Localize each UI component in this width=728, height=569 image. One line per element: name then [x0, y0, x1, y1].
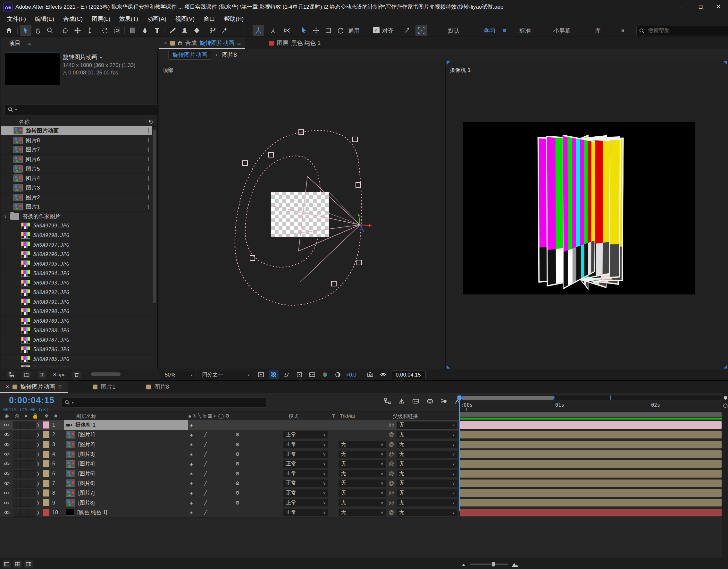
show-snapshot-icon[interactable] [378, 370, 388, 379]
layer-name[interactable]: [图片3] [64, 449, 188, 459]
trkmat-cell[interactable]: 无∨ [339, 459, 386, 469]
pickwhip-icon[interactable]: @ [389, 490, 394, 496]
pickwhip-icon[interactable]: @ [389, 461, 394, 467]
comp-marker-icon[interactable] [723, 396, 728, 401]
guides-icon[interactable] [307, 370, 317, 379]
layer-viewer-tab[interactable]: 图层 黑色 纯色 1 [264, 37, 325, 49]
layer-label-chip[interactable] [43, 499, 49, 506]
trkmat-cell[interactable]: 无∨ [339, 449, 386, 459]
zoom-tool[interactable] [44, 25, 56, 36]
selection-arrow-blue-icon[interactable] [298, 25, 310, 36]
camera-view-frame[interactable] [463, 122, 695, 295]
menu-item[interactable]: 编辑(E) [30, 15, 59, 23]
layer-label-chip[interactable] [43, 422, 49, 429]
blend-mode-dropdown[interactable]: 正常∨ [283, 490, 328, 497]
parent-cell[interactable]: @无∨ [389, 420, 457, 430]
color-depth-icon[interactable] [38, 371, 46, 379]
trkmat-dropdown[interactable]: 无∨ [339, 499, 386, 506]
trkmat-cell[interactable]: 无∨ [339, 479, 386, 488]
breadcrumb-comp[interactable]: 旋转图片动画 [168, 50, 211, 60]
trkmat-cell[interactable] [339, 420, 386, 430]
project-search-input[interactable] [19, 107, 142, 113]
timeline-tab-1[interactable]: 图片1 [87, 381, 121, 393]
project-file[interactable]: 5H0A9797.JPG [1, 240, 152, 250]
eye-icon[interactable] [4, 432, 10, 437]
layer-name[interactable]: 摄像机 1 [64, 420, 188, 430]
parent-dropdown[interactable]: 无∨ [397, 470, 457, 477]
project-item[interactable]: 图片5 [1, 164, 152, 174]
scale-gizmo-icon[interactable] [322, 25, 334, 36]
layer-duration-bar[interactable] [460, 460, 722, 468]
pickwhip-icon[interactable]: @ [389, 500, 394, 506]
blend-mode-dropdown[interactable]: 正常∨ [283, 509, 328, 516]
blend-mode-dropdown[interactable]: 正常∨ [283, 499, 328, 506]
mode-cell[interactable]: 正常∨ [283, 479, 328, 488]
layer-name[interactable]: [图片4] [64, 459, 188, 469]
project-file[interactable]: 5H0A9785.JPG [1, 355, 152, 364]
channel-icon[interactable] [320, 370, 330, 379]
project-file[interactable]: 5H0A9799.JPG [1, 221, 152, 231]
project-item[interactable]: 图片4 [1, 173, 152, 183]
exposure-icon[interactable] [333, 370, 343, 379]
project-file[interactable]: 5H0A9790.JPG [1, 307, 152, 317]
timeline-tab-0[interactable]: ×旋转图片动画≡ [0, 381, 68, 393]
parent-cell[interactable]: @无∨ [389, 469, 457, 479]
layer-duration-bar[interactable] [460, 441, 722, 448]
workspace-tab-4[interactable]: 库 [595, 27, 601, 35]
layer-row-4[interactable]: ❯4[图片3]♠╱⚙正常∨无∨@无∨ [0, 449, 458, 459]
panel-menu-icon[interactable]: ≡ [58, 383, 62, 391]
eye-icon[interactable] [4, 462, 10, 466]
layer-name[interactable]: [图片7] [64, 488, 188, 498]
layer-name[interactable]: [图片2] [64, 440, 188, 449]
layer-label-chip[interactable] [43, 490, 49, 497]
layer-row-8[interactable]: ❯8[图片7]♠╱⚙正常∨无∨@无∨ [0, 488, 458, 498]
panel-menu-icon[interactable]: ≡ [28, 39, 31, 47]
pickwhip-icon[interactable]: @ [389, 480, 394, 487]
project-file[interactable]: 5H0A9791.JPG [1, 297, 152, 307]
layer-duration-bar[interactable] [460, 489, 722, 497]
layer-row-9[interactable]: ❯9[图片8]♠╱⚙正常∨无∨@无∨ [0, 498, 458, 508]
snapshot-icon[interactable] [365, 370, 375, 379]
close-icon[interactable]: × [6, 384, 9, 390]
project-file[interactable]: 5H0A9787.JPG [1, 336, 152, 345]
puppet-pin-tool[interactable] [219, 25, 230, 36]
workspace-menu-icon[interactable]: ≡ [503, 27, 506, 34]
motion-blur-icon[interactable] [440, 398, 448, 405]
rotate-gizmo-icon[interactable] [335, 25, 346, 36]
blend-mode-dropdown[interactable]: 正常∨ [283, 480, 328, 487]
project-column-header[interactable]: 名称 [1, 117, 157, 127]
expander-icon[interactable]: ❯ [37, 488, 40, 498]
layer-name[interactable]: [图片8] [64, 498, 188, 507]
layer-row-5[interactable]: ❯5[图片4]♠╱⚙正常∨无∨@无∨ [0, 459, 458, 469]
exposure-value[interactable]: +0.0 [346, 372, 356, 378]
menu-item[interactable]: 帮助(H) [220, 15, 248, 23]
local-axis-mode[interactable] [253, 25, 264, 36]
parent-dropdown[interactable]: 无∨ [397, 460, 457, 468]
expander-icon[interactable]: ❯ [37, 430, 40, 439]
parent-dropdown[interactable]: 无∨ [397, 451, 457, 458]
maximize-button[interactable]: □ [691, 0, 710, 13]
snap-checkbox[interactable]: ✓ [373, 27, 380, 33]
project-file[interactable]: 5H0A9795.JPG [1, 259, 152, 269]
blend-mode-dropdown[interactable]: 正常∨ [283, 431, 328, 439]
composition-thumbnail[interactable] [5, 53, 60, 85]
expand-layer-switches-icon[interactable] [3, 560, 11, 568]
world-axis-mode[interactable] [267, 25, 279, 36]
close-icon[interactable]: × [164, 40, 167, 46]
eye-icon[interactable] [4, 491, 10, 495]
layer-label-chip[interactable] [43, 470, 49, 477]
parent-column-label[interactable]: 父级和链接 [393, 413, 418, 420]
layer-name[interactable]: [图片6] [64, 479, 188, 488]
trkmat-dropdown[interactable]: 无∨ [339, 451, 386, 458]
parent-dropdown[interactable]: 无∨ [397, 480, 457, 487]
expander-icon[interactable]: ❯ [37, 449, 40, 459]
playhead[interactable] [459, 396, 460, 511]
composition-name[interactable]: 旋转图片动画 ▼ [63, 54, 153, 62]
viewer-area[interactable]: 顶部 摄像机 1 [159, 61, 728, 369]
minimize-button[interactable]: ─ [672, 0, 691, 13]
pickwhip-icon[interactable]: @ [389, 441, 394, 448]
mode-cell[interactable]: 正常∨ [283, 488, 328, 498]
parent-cell[interactable]: @无∨ [389, 440, 457, 449]
layer-name[interactable]: [黑色 纯色 1] [64, 508, 188, 517]
layer-duration-bar[interactable] [460, 499, 722, 506]
